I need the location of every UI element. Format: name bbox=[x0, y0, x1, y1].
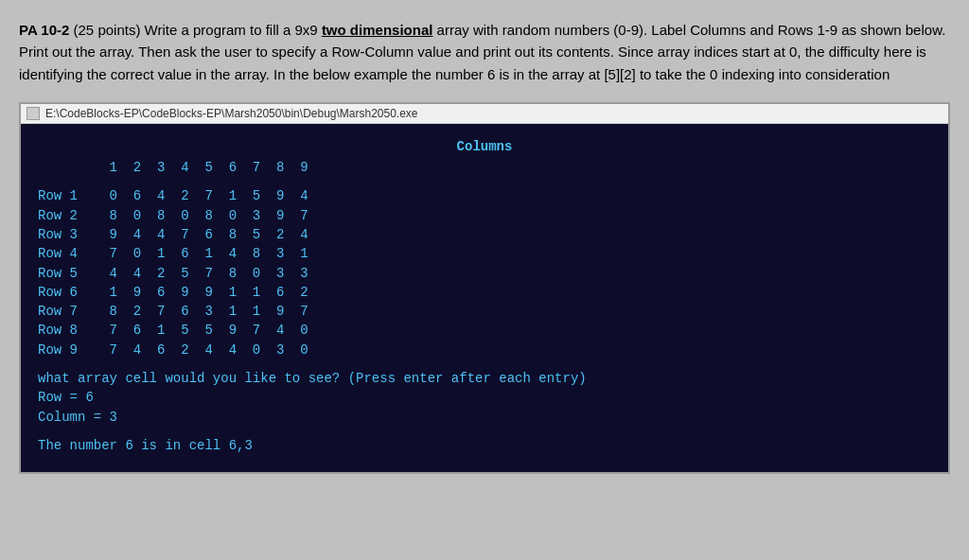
problem-label: PA 10-2 bbox=[19, 22, 69, 38]
terminal-body: Columns 1 2 3 4 5 6 7 8 9 Row 1 0 6 4 2 … bbox=[21, 124, 948, 472]
data-row-9: Row 9 7 4 6 2 4 4 0 3 0 bbox=[38, 341, 931, 359]
bold-underline-text: two dimensional bbox=[322, 22, 433, 38]
result-line: The number 6 is in cell 6,3 bbox=[38, 436, 931, 455]
col-input-line: Column = 3 bbox=[38, 408, 931, 427]
problem-points: (25 points) bbox=[74, 22, 141, 38]
data-row-3: Row 3 9 4 4 7 6 8 5 2 4 bbox=[38, 225, 931, 244]
row-input-line: Row = 6 bbox=[38, 388, 931, 407]
terminal-window: E:\CodeBlocks-EP\CodeBlocks-EP\Marsh2050… bbox=[19, 102, 950, 474]
data-row-8: Row 8 7 6 1 5 5 9 7 4 0 bbox=[38, 321, 931, 340]
header-row: 1 2 3 4 5 6 7 8 9 bbox=[38, 158, 931, 177]
terminal-title: E:\CodeBlocks-EP\CodeBlocks-EP\Marsh2050… bbox=[45, 107, 418, 120]
prompt-line: what array cell would you like to see? (… bbox=[38, 369, 931, 388]
data-row-6: Row 6 1 9 6 9 9 1 1 6 2 bbox=[38, 283, 931, 302]
columns-label: Columns bbox=[38, 137, 931, 156]
data-row-2: Row 2 8 0 8 0 8 0 3 9 7 bbox=[38, 206, 931, 225]
data-row-5: Row 5 4 4 2 5 7 8 0 3 3 bbox=[38, 264, 931, 283]
data-row-1: Row 1 0 6 4 2 7 1 5 9 4 bbox=[38, 186, 931, 205]
data-row-4: Row 4 7 0 1 6 1 4 8 3 1 bbox=[38, 244, 931, 263]
data-row-7: Row 7 8 2 7 6 3 1 1 9 7 bbox=[38, 302, 931, 321]
description-part1: Write a program to fill a 9x9 bbox=[145, 22, 322, 38]
terminal-window-icon bbox=[26, 107, 40, 120]
terminal-titlebar: E:\CodeBlocks-EP\CodeBlocks-EP\Marsh2050… bbox=[21, 104, 948, 124]
problem-description: PA 10-2 (25 points) Write a program to f… bbox=[19, 19, 950, 85]
